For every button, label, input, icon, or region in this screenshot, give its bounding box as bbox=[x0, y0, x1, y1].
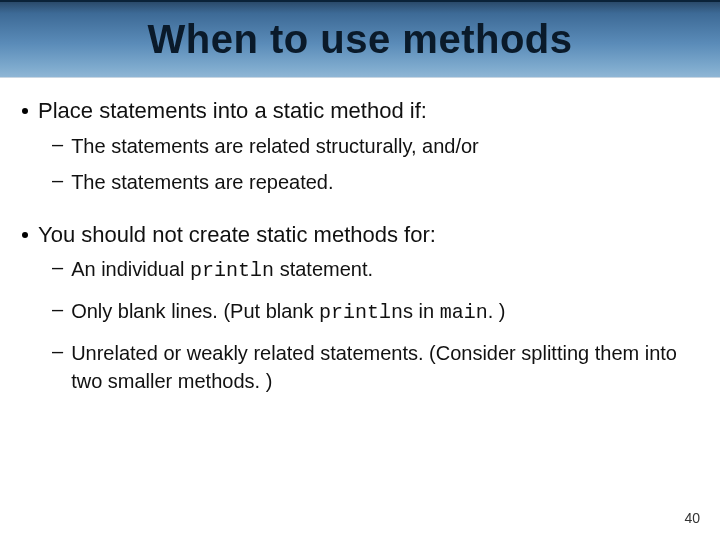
bullet-item: You should not create static methods for… bbox=[22, 220, 698, 250]
bullet-text: You should not create static methods for… bbox=[38, 220, 436, 250]
bullet-text: Place statements into a static method if… bbox=[38, 96, 427, 126]
sub-list: – The statements are related structurall… bbox=[52, 132, 698, 196]
sub-item: – The statements are repeated. bbox=[52, 168, 698, 196]
bullet-item: Place statements into a static method if… bbox=[22, 96, 698, 126]
slide-content: Place statements into a static method if… bbox=[0, 78, 720, 395]
bullet-dot-icon bbox=[22, 108, 28, 114]
sub-text: Unrelated or weakly related statements. … bbox=[71, 339, 698, 395]
page-number: 40 bbox=[684, 510, 700, 526]
sub-item: – Unrelated or weakly related statements… bbox=[52, 339, 698, 395]
sub-item: – The statements are related structurall… bbox=[52, 132, 698, 160]
sub-text: The statements are repeated. bbox=[71, 168, 333, 196]
sub-item: – An individual println statement. bbox=[52, 255, 698, 285]
dash-icon: – bbox=[52, 133, 63, 156]
slide-title: When to use methods bbox=[147, 17, 572, 62]
sub-text: The statements are related structurally,… bbox=[71, 132, 479, 160]
sub-text: An individual println statement. bbox=[71, 255, 373, 285]
sub-list: – An individual println statement. – Onl… bbox=[52, 255, 698, 395]
dash-icon: – bbox=[52, 256, 63, 279]
sub-text: Only blank lines. (Put blank printlns in… bbox=[71, 297, 505, 327]
dash-icon: – bbox=[52, 340, 63, 363]
dash-icon: – bbox=[52, 298, 63, 321]
title-bar: When to use methods bbox=[0, 0, 720, 78]
bullet-dot-icon bbox=[22, 232, 28, 238]
sub-item: – Only blank lines. (Put blank printlns … bbox=[52, 297, 698, 327]
dash-icon: – bbox=[52, 169, 63, 192]
